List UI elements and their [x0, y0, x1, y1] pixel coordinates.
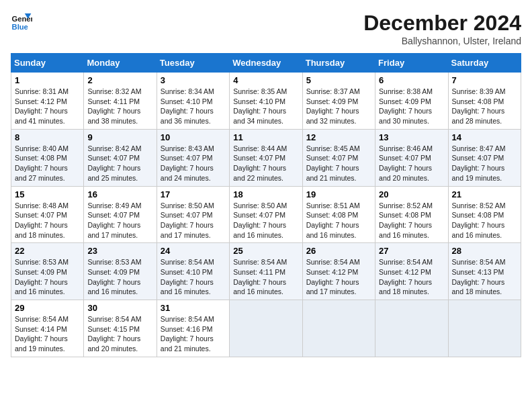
calendar-day-cell: 9Sunrise: 8:42 AMSunset: 4:07 PMDaylight… [84, 129, 157, 186]
day-detail: Sunrise: 8:47 AMSunset: 4:07 PMDaylight:… [452, 144, 517, 183]
calendar-day-cell: 13Sunrise: 8:46 AMSunset: 4:07 PMDayligh… [375, 129, 448, 186]
calendar-day-cell: 3Sunrise: 8:34 AMSunset: 4:10 PMDaylight… [157, 73, 229, 130]
day-number: 14 [452, 132, 517, 142]
weekday-header-cell: Tuesday [157, 54, 229, 73]
calendar-week-row: 22Sunrise: 8:53 AMSunset: 4:09 PMDayligh… [11, 243, 521, 300]
day-number: 24 [161, 246, 226, 256]
calendar-day-cell: 17Sunrise: 8:50 AMSunset: 4:07 PMDayligh… [157, 186, 229, 243]
day-detail: Sunrise: 8:54 AMSunset: 4:14 PMDaylight:… [15, 314, 80, 354]
day-detail: Sunrise: 8:37 AMSunset: 4:09 PMDaylight:… [306, 87, 371, 126]
day-number: 25 [233, 246, 298, 256]
calendar-day-cell: 8Sunrise: 8:40 AMSunset: 4:08 PMDaylight… [11, 129, 84, 186]
calendar-day-cell: 15Sunrise: 8:48 AMSunset: 4:07 PMDayligh… [11, 186, 84, 243]
day-number: 12 [306, 132, 371, 142]
calendar-day-cell: 18Sunrise: 8:50 AMSunset: 4:07 PMDayligh… [230, 186, 302, 243]
day-detail: Sunrise: 8:50 AMSunset: 4:07 PMDaylight:… [161, 201, 226, 240]
day-number: 10 [161, 132, 226, 142]
calendar-day-cell: 23Sunrise: 8:53 AMSunset: 4:09 PMDayligh… [84, 243, 157, 300]
day-detail: Sunrise: 8:54 AMSunset: 4:16 PMDaylight:… [161, 314, 226, 354]
weekday-header-cell: Friday [375, 54, 448, 73]
day-number: 18 [233, 189, 298, 199]
day-number: 13 [379, 132, 444, 142]
calendar-day-cell: 25Sunrise: 8:54 AMSunset: 4:11 PMDayligh… [230, 243, 302, 300]
day-detail: Sunrise: 8:38 AMSunset: 4:09 PMDaylight:… [379, 87, 444, 126]
day-detail: Sunrise: 8:54 AMSunset: 4:11 PMDaylight:… [233, 257, 298, 297]
calendar-day-cell: 2Sunrise: 8:32 AMSunset: 4:11 PMDaylight… [84, 73, 157, 130]
day-number: 27 [379, 246, 444, 256]
logo: General Blue [11, 11, 32, 32]
calendar-week-row: 1Sunrise: 8:31 AMSunset: 4:12 PMDaylight… [11, 73, 521, 130]
weekday-header-cell: Thursday [302, 54, 375, 73]
day-detail: Sunrise: 8:31 AMSunset: 4:12 PMDaylight:… [15, 87, 80, 126]
calendar-day-cell: 21Sunrise: 8:52 AMSunset: 4:08 PMDayligh… [448, 186, 521, 243]
weekday-header-cell: Wednesday [230, 54, 302, 73]
day-detail: Sunrise: 8:53 AMSunset: 4:09 PMDaylight:… [15, 257, 80, 297]
calendar-day-cell [375, 300, 448, 357]
day-detail: Sunrise: 8:54 AMSunset: 4:15 PMDaylight:… [87, 314, 152, 354]
calendar-day-cell: 22Sunrise: 8:53 AMSunset: 4:09 PMDayligh… [11, 243, 84, 300]
calendar-day-cell: 16Sunrise: 8:49 AMSunset: 4:07 PMDayligh… [84, 186, 157, 243]
day-detail: Sunrise: 8:54 AMSunset: 4:12 PMDaylight:… [306, 257, 371, 297]
day-number: 31 [161, 303, 226, 313]
day-detail: Sunrise: 8:32 AMSunset: 4:11 PMDaylight:… [87, 87, 152, 126]
calendar-day-cell: 4Sunrise: 8:35 AMSunset: 4:10 PMDaylight… [230, 73, 302, 130]
calendar-day-cell: 28Sunrise: 8:54 AMSunset: 4:13 PMDayligh… [448, 243, 521, 300]
day-detail: Sunrise: 8:52 AMSunset: 4:08 PMDaylight:… [379, 201, 444, 240]
day-detail: Sunrise: 8:52 AMSunset: 4:08 PMDaylight:… [452, 201, 517, 240]
day-number: 1 [15, 75, 80, 85]
calendar-day-cell: 27Sunrise: 8:54 AMSunset: 4:12 PMDayligh… [375, 243, 448, 300]
day-number: 11 [233, 132, 298, 142]
calendar-table: SundayMondayTuesdayWednesdayThursdayFrid… [11, 53, 521, 357]
day-detail: Sunrise: 8:40 AMSunset: 4:08 PMDaylight:… [15, 144, 80, 183]
day-number: 17 [161, 189, 226, 199]
svg-text:Blue: Blue [12, 23, 28, 31]
day-detail: Sunrise: 8:34 AMSunset: 4:10 PMDaylight:… [161, 87, 226, 126]
day-number: 29 [15, 303, 80, 313]
calendar-day-cell: 20Sunrise: 8:52 AMSunset: 4:08 PMDayligh… [375, 186, 448, 243]
title-block: December 2024 Ballyshannon, Ulster, Irel… [363, 11, 521, 46]
calendar-week-row: 15Sunrise: 8:48 AMSunset: 4:07 PMDayligh… [11, 186, 521, 243]
calendar-day-cell: 10Sunrise: 8:43 AMSunset: 4:07 PMDayligh… [157, 129, 229, 186]
day-detail: Sunrise: 8:51 AMSunset: 4:08 PMDaylight:… [306, 201, 371, 240]
month-title: December 2024 [363, 11, 521, 36]
day-number: 26 [306, 246, 371, 256]
calendar-day-cell: 30Sunrise: 8:54 AMSunset: 4:15 PMDayligh… [84, 300, 157, 357]
day-detail: Sunrise: 8:45 AMSunset: 4:07 PMDaylight:… [306, 144, 371, 183]
day-number: 4 [233, 75, 298, 85]
location-subtitle: Ballyshannon, Ulster, Ireland [363, 36, 521, 46]
calendar-day-cell [230, 300, 302, 357]
calendar-day-cell: 11Sunrise: 8:44 AMSunset: 4:07 PMDayligh… [230, 129, 302, 186]
day-detail: Sunrise: 8:44 AMSunset: 4:07 PMDaylight:… [233, 144, 298, 183]
calendar-day-cell: 6Sunrise: 8:38 AMSunset: 4:09 PMDaylight… [375, 73, 448, 130]
day-number: 3 [161, 75, 226, 85]
day-number: 15 [15, 189, 80, 199]
day-detail: Sunrise: 8:43 AMSunset: 4:07 PMDaylight:… [161, 144, 226, 183]
day-detail: Sunrise: 8:54 AMSunset: 4:12 PMDaylight:… [379, 257, 444, 297]
day-number: 16 [87, 189, 152, 199]
weekday-header-cell: Monday [84, 54, 157, 73]
day-number: 7 [452, 75, 517, 85]
day-number: 22 [15, 246, 80, 256]
day-number: 9 [87, 132, 152, 142]
calendar-day-cell: 14Sunrise: 8:47 AMSunset: 4:07 PMDayligh… [448, 129, 521, 186]
day-detail: Sunrise: 8:46 AMSunset: 4:07 PMDaylight:… [379, 144, 444, 183]
weekday-header-row: SundayMondayTuesdayWednesdayThursdayFrid… [11, 54, 521, 73]
day-number: 19 [306, 189, 371, 199]
day-detail: Sunrise: 8:54 AMSunset: 4:10 PMDaylight:… [161, 257, 226, 297]
calendar-day-cell: 26Sunrise: 8:54 AMSunset: 4:12 PMDayligh… [302, 243, 375, 300]
calendar-week-row: 8Sunrise: 8:40 AMSunset: 4:08 PMDaylight… [11, 129, 521, 186]
calendar-day-cell: 19Sunrise: 8:51 AMSunset: 4:08 PMDayligh… [302, 186, 375, 243]
day-detail: Sunrise: 8:53 AMSunset: 4:09 PMDaylight:… [87, 257, 152, 297]
calendar-day-cell: 12Sunrise: 8:45 AMSunset: 4:07 PMDayligh… [302, 129, 375, 186]
weekday-header-cell: Sunday [11, 54, 84, 73]
calendar-day-cell: 7Sunrise: 8:39 AMSunset: 4:08 PMDaylight… [448, 73, 521, 130]
day-detail: Sunrise: 8:49 AMSunset: 4:07 PMDaylight:… [87, 201, 152, 240]
logo-icon: General Blue [11, 11, 32, 32]
day-detail: Sunrise: 8:35 AMSunset: 4:10 PMDaylight:… [233, 87, 298, 126]
day-number: 23 [87, 246, 152, 256]
day-number: 28 [452, 246, 517, 256]
weekday-header-cell: Saturday [448, 54, 521, 73]
calendar-day-cell [448, 300, 521, 357]
calendar-day-cell: 5Sunrise: 8:37 AMSunset: 4:09 PMDaylight… [302, 73, 375, 130]
calendar-day-cell: 31Sunrise: 8:54 AMSunset: 4:16 PMDayligh… [157, 300, 229, 357]
